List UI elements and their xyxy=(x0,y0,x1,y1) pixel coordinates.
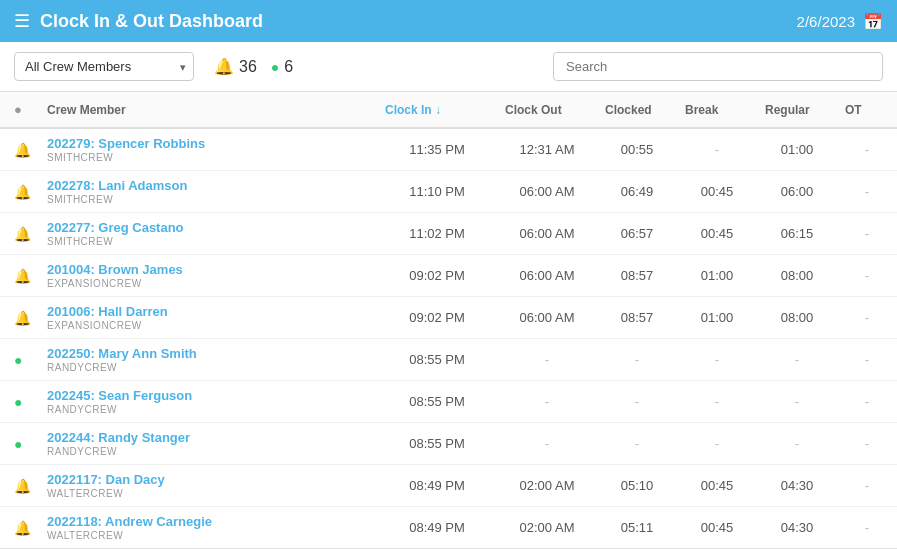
row-member-cell: 201004: Brown James EXPANSIONCREW xyxy=(39,255,377,297)
clocked-out-stat: 🔔 36 xyxy=(214,57,257,76)
row-status-icon-cell: ● xyxy=(0,423,39,465)
table-row: 🔔 2022117: Dan Dacy WALTERCREW 08:49 PM … xyxy=(0,465,897,507)
member-link[interactable]: 202279: Spencer Robbins xyxy=(47,136,205,151)
row-break: 01:00 xyxy=(677,297,757,339)
col-header-clockin[interactable]: Clock In ↓ xyxy=(377,92,497,128)
member-link[interactable]: 202278: Lani Adamson xyxy=(47,178,187,193)
row-status-icon: 🔔 xyxy=(14,184,31,200)
row-clockin: 08:49 PM xyxy=(377,465,497,507)
col-header-icon: ● xyxy=(0,92,39,128)
member-link[interactable]: 2022118: Andrew Carnegie xyxy=(47,514,212,529)
row-clockin: 11:35 PM xyxy=(377,128,497,171)
row-status-icon-cell: 🔔 xyxy=(0,128,39,171)
row-status-icon: 🔔 xyxy=(14,520,31,536)
member-link[interactable]: 202277: Greg Castano xyxy=(47,220,184,235)
row-clockin: 09:02 PM xyxy=(377,297,497,339)
stats-area: 🔔 36 ● 6 xyxy=(214,57,293,76)
table-row: ● 202244: Randy Stanger RANDYCREW 08:55 … xyxy=(0,423,897,465)
member-link[interactable]: 202250: Mary Ann Smith xyxy=(47,346,197,361)
row-status-icon: ● xyxy=(14,394,22,410)
row-status-icon: 🔔 xyxy=(14,268,31,284)
row-clocked: 00:55 xyxy=(597,128,677,171)
row-status-icon-cell: 🔔 xyxy=(0,255,39,297)
row-status-icon-cell: 🔔 xyxy=(0,507,39,550)
row-clocked: - xyxy=(597,339,677,381)
hamburger-icon[interactable]: ☰ xyxy=(14,10,30,32)
row-status-icon-cell: 🔔 xyxy=(0,465,39,507)
member-link[interactable]: 201004: Brown James xyxy=(47,262,183,277)
row-break: - xyxy=(677,423,757,465)
header-status-icon: ● xyxy=(14,102,22,117)
row-regular: 08:00 xyxy=(757,297,837,339)
row-clockin: 11:02 PM xyxy=(377,213,497,255)
row-regular: - xyxy=(757,381,837,423)
clocked-in-stat: ● 6 xyxy=(271,58,293,76)
member-link[interactable]: 2022117: Dan Dacy xyxy=(47,472,165,487)
row-clockout: - xyxy=(497,381,597,423)
member-link[interactable]: 201006: Hall Darren xyxy=(47,304,168,319)
row-ot: - xyxy=(837,507,897,550)
crew-table: ● Crew Member Clock In ↓ Clock Out Clock… xyxy=(0,92,897,549)
crew-filter-select[interactable]: All Crew Members xyxy=(14,52,194,81)
row-status-icon: 🔔 xyxy=(14,310,31,326)
row-regular: 04:30 xyxy=(757,507,837,550)
crew-sub: EXPANSIONCREW xyxy=(47,278,369,289)
row-clockin: 11:10 PM xyxy=(377,171,497,213)
table-row: 🔔 202279: Spencer Robbins SMITHCREW 11:3… xyxy=(0,128,897,171)
row-ot: - xyxy=(837,213,897,255)
row-member-cell: 202250: Mary Ann Smith RANDYCREW xyxy=(39,339,377,381)
clocked-in-count: 6 xyxy=(284,58,293,76)
row-clocked: 08:57 xyxy=(597,255,677,297)
crew-filter-wrapper: All Crew Members xyxy=(14,52,194,81)
row-clocked: 05:10 xyxy=(597,465,677,507)
row-regular: - xyxy=(757,339,837,381)
row-clocked: - xyxy=(597,381,677,423)
row-status-icon-cell: 🔔 xyxy=(0,297,39,339)
row-member-cell: 201006: Hall Darren EXPANSIONCREW xyxy=(39,297,377,339)
row-clocked: 08:57 xyxy=(597,297,677,339)
row-break: 00:45 xyxy=(677,507,757,550)
row-member-cell: 202277: Greg Castano SMITHCREW xyxy=(39,213,377,255)
row-break: - xyxy=(677,128,757,171)
member-link[interactable]: 202245: Sean Ferguson xyxy=(47,388,192,403)
row-break: 00:45 xyxy=(677,213,757,255)
table-row: ● 202245: Sean Ferguson RANDYCREW 08:55 … xyxy=(0,381,897,423)
row-regular: 06:00 xyxy=(757,171,837,213)
member-link[interactable]: 202244: Randy Stanger xyxy=(47,430,190,445)
row-clockin: 08:49 PM xyxy=(377,507,497,550)
col-header-clockout: Clock Out xyxy=(497,92,597,128)
row-ot: - xyxy=(837,171,897,213)
row-break: 00:45 xyxy=(677,171,757,213)
row-clockout: - xyxy=(497,423,597,465)
header-right: 2/6/2023 📅 xyxy=(797,12,883,31)
row-status-icon: 🔔 xyxy=(14,142,31,158)
row-member-cell: 2022118: Andrew Carnegie WALTERCREW xyxy=(39,507,377,550)
search-input[interactable] xyxy=(553,52,883,81)
row-break: 01:00 xyxy=(677,255,757,297)
row-ot: - xyxy=(837,128,897,171)
header-left: ☰ Clock In & Out Dashboard xyxy=(14,10,263,32)
row-clocked: 05:11 xyxy=(597,507,677,550)
row-clockout: - xyxy=(497,339,597,381)
calendar-icon[interactable]: 📅 xyxy=(863,12,883,31)
crew-sub: SMITHCREW xyxy=(47,236,369,247)
row-status-icon: ● xyxy=(14,352,22,368)
row-clockout: 06:00 AM xyxy=(497,297,597,339)
row-clockin: 08:55 PM xyxy=(377,423,497,465)
col-header-break: Break xyxy=(677,92,757,128)
header-title: Clock In & Out Dashboard xyxy=(40,11,263,32)
table-row: 🔔 201006: Hall Darren EXPANSIONCREW 09:0… xyxy=(0,297,897,339)
row-status-icon: ● xyxy=(14,436,22,452)
table-header: ● Crew Member Clock In ↓ Clock Out Clock… xyxy=(0,92,897,128)
row-ot: - xyxy=(837,381,897,423)
toolbar: All Crew Members 🔔 36 ● 6 xyxy=(0,42,897,92)
table-row: 🔔 202278: Lani Adamson SMITHCREW 11:10 P… xyxy=(0,171,897,213)
row-member-cell: 202278: Lani Adamson SMITHCREW xyxy=(39,171,377,213)
row-status-icon-cell: 🔔 xyxy=(0,171,39,213)
row-regular: - xyxy=(757,423,837,465)
row-regular: 06:15 xyxy=(757,213,837,255)
row-clocked: - xyxy=(597,423,677,465)
row-status-icon-cell: ● xyxy=(0,381,39,423)
row-clockin: 09:02 PM xyxy=(377,255,497,297)
table-row: 🔔 202277: Greg Castano SMITHCREW 11:02 P… xyxy=(0,213,897,255)
